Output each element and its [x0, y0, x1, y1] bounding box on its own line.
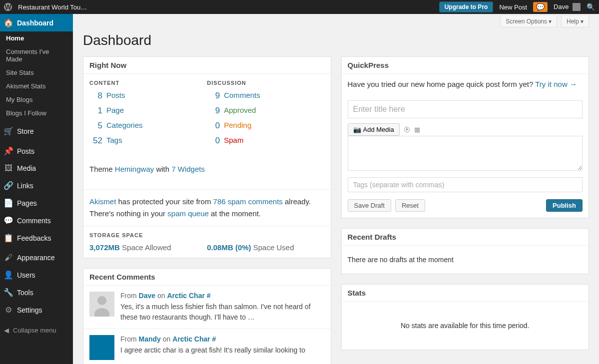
- comment-meta: From Mandy on Arctic Char #: [120, 335, 325, 343]
- box-heading: Recent Drafts: [342, 229, 589, 246]
- quickpress-title-input[interactable]: [348, 100, 583, 118]
- box-heading: Recent Comments: [83, 269, 331, 286]
- quickpress-box: QuickPress Have you tried our new home p…: [341, 56, 590, 218]
- comment-author-link[interactable]: Dave: [139, 292, 155, 300]
- recent-drafts-box: Recent Drafts There are no drafts at the…: [341, 228, 590, 274]
- quickpress-tags-input[interactable]: [348, 177, 583, 192]
- menu-icon: 🛒: [4, 126, 13, 136]
- box-heading: Stats: [342, 285, 589, 302]
- collapse-menu[interactable]: ◀ Collapse menu: [0, 323, 73, 338]
- sidebar-item-users[interactable]: 👤Users: [0, 266, 73, 284]
- recent-comments-box: Recent Comments From Dave on Arctic Char…: [83, 268, 331, 364]
- sidebar-item-settings[interactable]: ⚙Settings: [0, 301, 73, 319]
- stat-row[interactable]: 9Comments: [207, 91, 324, 101]
- save-draft-button[interactable]: Save Draft: [348, 199, 391, 212]
- upgrade-button[interactable]: Upgrade to Pro: [439, 1, 494, 12]
- menu-icon: 🔗: [4, 181, 13, 190]
- site-name[interactable]: Restaurant World Tou…: [18, 3, 87, 11]
- quickpress-promo: Have you tried our new home page quick p…: [342, 74, 589, 94]
- notifications-icon[interactable]: 💬: [533, 2, 548, 12]
- storage-allowed: 3,072MB Space Allowed: [89, 243, 207, 252]
- sidebar-item-dashboard[interactable]: 🏠Dashboard: [0, 14, 73, 31]
- search-icon[interactable]: 🔍: [587, 3, 595, 11]
- avatar: [89, 292, 114, 317]
- sidebar-item-posts[interactable]: 📌Posts: [0, 142, 73, 160]
- box-heading: Right Now: [83, 57, 331, 74]
- stats-empty: No stats are available for this time per…: [342, 302, 589, 350]
- sidebar-item-feedbacks[interactable]: 📋Feedbacks: [0, 229, 73, 247]
- sidebar-sub-my-blogs[interactable]: My Blogs: [0, 93, 73, 106]
- try-it-link[interactable]: Try it now →: [535, 80, 577, 88]
- stat-row[interactable]: 52Tags: [89, 136, 207, 146]
- sidebar-sub-home[interactable]: Home: [0, 31, 73, 45]
- publish-button[interactable]: Publish: [546, 199, 583, 212]
- sidebar-item-pages[interactable]: 📄Pages: [0, 194, 73, 212]
- sidebar-sub-blogs-i-follow[interactable]: Blogs I Follow: [0, 106, 73, 120]
- new-post-link[interactable]: New Post: [499, 3, 527, 11]
- theme-link[interactable]: Hemingway: [115, 165, 154, 173]
- menu-icon: ⚙: [4, 305, 13, 315]
- stat-row[interactable]: 0Pending: [207, 121, 324, 131]
- stat-row[interactable]: 5Categories: [89, 121, 207, 131]
- quickpress-content-input[interactable]: [348, 136, 583, 171]
- add-media-button[interactable]: 📷 Add Media: [348, 123, 400, 136]
- menu-icon: 🖌: [4, 253, 13, 262]
- reset-button[interactable]: Reset: [395, 199, 425, 212]
- collapse-icon: ◀: [4, 327, 9, 334]
- stat-row[interactable]: 8Posts: [89, 91, 207, 101]
- avatar: [573, 3, 581, 11]
- comment-post-link[interactable]: Arctic Char #: [167, 292, 210, 300]
- menu-icon: 🏠: [4, 18, 13, 27]
- menu-icon: 📋: [4, 233, 13, 243]
- menu-icon: 📌: [4, 146, 13, 156]
- menu-icon: 🖼: [4, 164, 13, 173]
- sidebar-item-links[interactable]: 🔗Links: [0, 177, 73, 194]
- sidebar-sub-comments-i-ve-made[interactable]: Comments I've Made: [0, 45, 73, 66]
- toolbar-icon[interactable]: ▦: [414, 126, 420, 133]
- menu-icon: 🔧: [4, 288, 13, 297]
- comment-meta: From Dave on Arctic Char #: [120, 292, 325, 300]
- theme-info: Theme Hemingway with 7 Widgets: [83, 157, 331, 179]
- discussion-heading: DISCUSSION: [207, 80, 324, 86]
- admin-sidebar: 🏠DashboardHomeComments I've MadeSite Sta…: [0, 14, 73, 364]
- stats-box: Stats No stats are available for this ti…: [341, 284, 590, 350]
- sidebar-sub-akismet-stats[interactable]: Akismet Stats: [0, 79, 73, 93]
- spam-queue-link[interactable]: spam queue: [167, 209, 209, 218]
- sidebar-sub-site-stats[interactable]: Site Stats: [0, 66, 73, 79]
- storage-heading: STORAGE SPACE: [89, 232, 325, 238]
- widgets-link[interactable]: 7 Widgets: [171, 165, 205, 173]
- akismet-info: Akismet has protected your site from 786…: [83, 189, 331, 226]
- menu-icon: 👤: [4, 270, 13, 280]
- box-heading: QuickPress: [342, 57, 589, 74]
- sidebar-item-comments[interactable]: 💬Comments: [0, 212, 73, 229]
- comment-text: Yes, it's a much less fishier fish than …: [120, 302, 325, 323]
- user-menu[interactable]: Dave: [554, 3, 581, 11]
- sidebar-item-tools[interactable]: 🔧Tools: [0, 284, 73, 301]
- comment-author-link[interactable]: Mandy: [139, 335, 161, 343]
- comment-item: From Dave on Arctic Char #Yes, it's a mu…: [83, 286, 331, 329]
- comment-post-link[interactable]: Arctic Char #: [172, 335, 216, 343]
- admin-bar: W Restaurant World Tou… Upgrade to Pro N…: [0, 0, 599, 14]
- sidebar-item-appearance[interactable]: 🖌Appearance: [0, 249, 73, 266]
- spam-count-link[interactable]: 786 spam comments: [213, 197, 283, 206]
- sidebar-item-store[interactable]: 🛒Store: [0, 122, 73, 140]
- comment-text: I agree arctic char is a great fish! It'…: [120, 345, 325, 356]
- sidebar-item-media[interactable]: 🖼Media: [0, 160, 73, 177]
- toolbar-icon[interactable]: ⦿: [404, 126, 410, 133]
- menu-icon: 💬: [4, 216, 13, 225]
- camera-icon: 📷: [353, 126, 361, 133]
- stat-row[interactable]: 0Spam: [207, 136, 324, 146]
- page-title: Dashboard: [83, 29, 589, 56]
- stat-row[interactable]: 9Approved: [207, 106, 324, 116]
- wordpress-logo-icon[interactable]: W: [4, 3, 12, 11]
- menu-icon: 📄: [4, 198, 13, 208]
- drafts-empty: There are no drafts at the moment: [342, 246, 589, 274]
- avatar: [89, 335, 114, 360]
- akismet-link[interactable]: Akismet: [89, 197, 116, 206]
- comment-item: From Mandy on Arctic Char #I agree arcti…: [83, 329, 331, 364]
- help-toggle[interactable]: Help ▾: [561, 16, 589, 27]
- content-heading: CONTENT: [89, 80, 207, 86]
- right-now-box: Right Now CONTENT 8Posts1Page5Categories…: [83, 56, 331, 258]
- screen-options-toggle[interactable]: Screen Options ▾: [500, 16, 557, 27]
- stat-row[interactable]: 1Page: [89, 106, 207, 116]
